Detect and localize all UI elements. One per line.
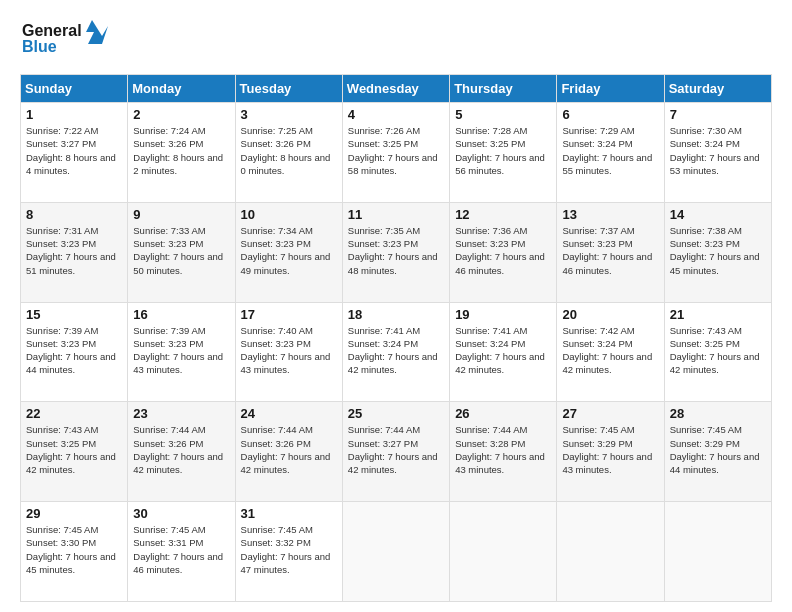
- day-number: 27: [562, 406, 658, 421]
- day-cell: 4 Sunrise: 7:26 AM Sunset: 3:25 PM Dayli…: [342, 103, 449, 203]
- day-cell: 15 Sunrise: 7:39 AM Sunset: 3:23 PM Dayl…: [21, 302, 128, 402]
- day-number: 23: [133, 406, 229, 421]
- svg-text:Blue: Blue: [22, 38, 57, 55]
- day-number: 1: [26, 107, 122, 122]
- day-info: Sunrise: 7:42 AM Sunset: 3:24 PM Dayligh…: [562, 324, 658, 377]
- day-number: 30: [133, 506, 229, 521]
- svg-marker-2: [86, 20, 108, 44]
- day-cell: 7 Sunrise: 7:30 AM Sunset: 3:24 PM Dayli…: [664, 103, 771, 203]
- day-info: Sunrise: 7:45 AM Sunset: 3:29 PM Dayligh…: [562, 423, 658, 476]
- day-cell: 12 Sunrise: 7:36 AM Sunset: 3:23 PM Dayl…: [450, 202, 557, 302]
- day-cell: 21 Sunrise: 7:43 AM Sunset: 3:25 PM Dayl…: [664, 302, 771, 402]
- day-cell: [557, 502, 664, 602]
- day-cell: 29 Sunrise: 7:45 AM Sunset: 3:30 PM Dayl…: [21, 502, 128, 602]
- day-info: Sunrise: 7:45 AM Sunset: 3:29 PM Dayligh…: [670, 423, 766, 476]
- day-cell: 8 Sunrise: 7:31 AM Sunset: 3:23 PM Dayli…: [21, 202, 128, 302]
- day-cell: 9 Sunrise: 7:33 AM Sunset: 3:23 PM Dayli…: [128, 202, 235, 302]
- day-number: 20: [562, 307, 658, 322]
- day-info: Sunrise: 7:43 AM Sunset: 3:25 PM Dayligh…: [670, 324, 766, 377]
- weekday-header-wednesday: Wednesday: [342, 75, 449, 103]
- day-number: 24: [241, 406, 337, 421]
- day-number: 28: [670, 406, 766, 421]
- day-number: 26: [455, 406, 551, 421]
- day-info: Sunrise: 7:44 AM Sunset: 3:28 PM Dayligh…: [455, 423, 551, 476]
- day-number: 5: [455, 107, 551, 122]
- week-row-2: 8 Sunrise: 7:31 AM Sunset: 3:23 PM Dayli…: [21, 202, 772, 302]
- day-info: Sunrise: 7:24 AM Sunset: 3:26 PM Dayligh…: [133, 124, 229, 177]
- day-cell: 10 Sunrise: 7:34 AM Sunset: 3:23 PM Dayl…: [235, 202, 342, 302]
- day-cell: [342, 502, 449, 602]
- day-number: 2: [133, 107, 229, 122]
- logo: General Blue: [20, 16, 110, 64]
- weekday-header-thursday: Thursday: [450, 75, 557, 103]
- day-info: Sunrise: 7:39 AM Sunset: 3:23 PM Dayligh…: [133, 324, 229, 377]
- day-number: 17: [241, 307, 337, 322]
- day-info: Sunrise: 7:28 AM Sunset: 3:25 PM Dayligh…: [455, 124, 551, 177]
- day-number: 15: [26, 307, 122, 322]
- logo-block: General Blue: [20, 16, 110, 64]
- day-cell: 16 Sunrise: 7:39 AM Sunset: 3:23 PM Dayl…: [128, 302, 235, 402]
- day-number: 25: [348, 406, 444, 421]
- day-number: 3: [241, 107, 337, 122]
- day-cell: 14 Sunrise: 7:38 AM Sunset: 3:23 PM Dayl…: [664, 202, 771, 302]
- day-cell: 13 Sunrise: 7:37 AM Sunset: 3:23 PM Dayl…: [557, 202, 664, 302]
- day-info: Sunrise: 7:44 AM Sunset: 3:26 PM Dayligh…: [133, 423, 229, 476]
- weekday-header-tuesday: Tuesday: [235, 75, 342, 103]
- header: General Blue: [20, 16, 772, 64]
- day-info: Sunrise: 7:22 AM Sunset: 3:27 PM Dayligh…: [26, 124, 122, 177]
- day-cell: 5 Sunrise: 7:28 AM Sunset: 3:25 PM Dayli…: [450, 103, 557, 203]
- day-info: Sunrise: 7:43 AM Sunset: 3:25 PM Dayligh…: [26, 423, 122, 476]
- day-info: Sunrise: 7:34 AM Sunset: 3:23 PM Dayligh…: [241, 224, 337, 277]
- day-info: Sunrise: 7:31 AM Sunset: 3:23 PM Dayligh…: [26, 224, 122, 277]
- day-info: Sunrise: 7:36 AM Sunset: 3:23 PM Dayligh…: [455, 224, 551, 277]
- week-row-1: 1 Sunrise: 7:22 AM Sunset: 3:27 PM Dayli…: [21, 103, 772, 203]
- day-cell: 23 Sunrise: 7:44 AM Sunset: 3:26 PM Dayl…: [128, 402, 235, 502]
- day-cell: 1 Sunrise: 7:22 AM Sunset: 3:27 PM Dayli…: [21, 103, 128, 203]
- day-number: 7: [670, 107, 766, 122]
- day-cell: 31 Sunrise: 7:45 AM Sunset: 3:32 PM Dayl…: [235, 502, 342, 602]
- day-cell: 25 Sunrise: 7:44 AM Sunset: 3:27 PM Dayl…: [342, 402, 449, 502]
- day-number: 18: [348, 307, 444, 322]
- day-info: Sunrise: 7:39 AM Sunset: 3:23 PM Dayligh…: [26, 324, 122, 377]
- day-info: Sunrise: 7:44 AM Sunset: 3:27 PM Dayligh…: [348, 423, 444, 476]
- day-cell: 6 Sunrise: 7:29 AM Sunset: 3:24 PM Dayli…: [557, 103, 664, 203]
- day-cell: 22 Sunrise: 7:43 AM Sunset: 3:25 PM Dayl…: [21, 402, 128, 502]
- day-number: 12: [455, 207, 551, 222]
- day-info: Sunrise: 7:38 AM Sunset: 3:23 PM Dayligh…: [670, 224, 766, 277]
- day-cell: 24 Sunrise: 7:44 AM Sunset: 3:26 PM Dayl…: [235, 402, 342, 502]
- weekday-header-friday: Friday: [557, 75, 664, 103]
- day-info: Sunrise: 7:30 AM Sunset: 3:24 PM Dayligh…: [670, 124, 766, 177]
- page: General Blue SundayMondayTuesdayWednesda…: [0, 0, 792, 612]
- day-number: 21: [670, 307, 766, 322]
- day-info: Sunrise: 7:41 AM Sunset: 3:24 PM Dayligh…: [455, 324, 551, 377]
- day-info: Sunrise: 7:25 AM Sunset: 3:26 PM Dayligh…: [241, 124, 337, 177]
- day-info: Sunrise: 7:26 AM Sunset: 3:25 PM Dayligh…: [348, 124, 444, 177]
- day-cell: 11 Sunrise: 7:35 AM Sunset: 3:23 PM Dayl…: [342, 202, 449, 302]
- day-cell: [450, 502, 557, 602]
- day-info: Sunrise: 7:37 AM Sunset: 3:23 PM Dayligh…: [562, 224, 658, 277]
- day-number: 11: [348, 207, 444, 222]
- day-cell: 19 Sunrise: 7:41 AM Sunset: 3:24 PM Dayl…: [450, 302, 557, 402]
- day-info: Sunrise: 7:29 AM Sunset: 3:24 PM Dayligh…: [562, 124, 658, 177]
- day-cell: 2 Sunrise: 7:24 AM Sunset: 3:26 PM Dayli…: [128, 103, 235, 203]
- day-info: Sunrise: 7:41 AM Sunset: 3:24 PM Dayligh…: [348, 324, 444, 377]
- day-info: Sunrise: 7:45 AM Sunset: 3:32 PM Dayligh…: [241, 523, 337, 576]
- day-info: Sunrise: 7:45 AM Sunset: 3:30 PM Dayligh…: [26, 523, 122, 576]
- day-number: 16: [133, 307, 229, 322]
- day-number: 14: [670, 207, 766, 222]
- day-number: 31: [241, 506, 337, 521]
- day-info: Sunrise: 7:35 AM Sunset: 3:23 PM Dayligh…: [348, 224, 444, 277]
- svg-text:General: General: [22, 22, 82, 39]
- weekday-header-sunday: Sunday: [21, 75, 128, 103]
- logo-icon: General Blue: [20, 16, 110, 60]
- day-number: 9: [133, 207, 229, 222]
- day-cell: 17 Sunrise: 7:40 AM Sunset: 3:23 PM Dayl…: [235, 302, 342, 402]
- day-number: 13: [562, 207, 658, 222]
- day-cell: 20 Sunrise: 7:42 AM Sunset: 3:24 PM Dayl…: [557, 302, 664, 402]
- day-info: Sunrise: 7:40 AM Sunset: 3:23 PM Dayligh…: [241, 324, 337, 377]
- day-number: 4: [348, 107, 444, 122]
- weekday-header-saturday: Saturday: [664, 75, 771, 103]
- week-row-5: 29 Sunrise: 7:45 AM Sunset: 3:30 PM Dayl…: [21, 502, 772, 602]
- day-number: 19: [455, 307, 551, 322]
- day-cell: 26 Sunrise: 7:44 AM Sunset: 3:28 PM Dayl…: [450, 402, 557, 502]
